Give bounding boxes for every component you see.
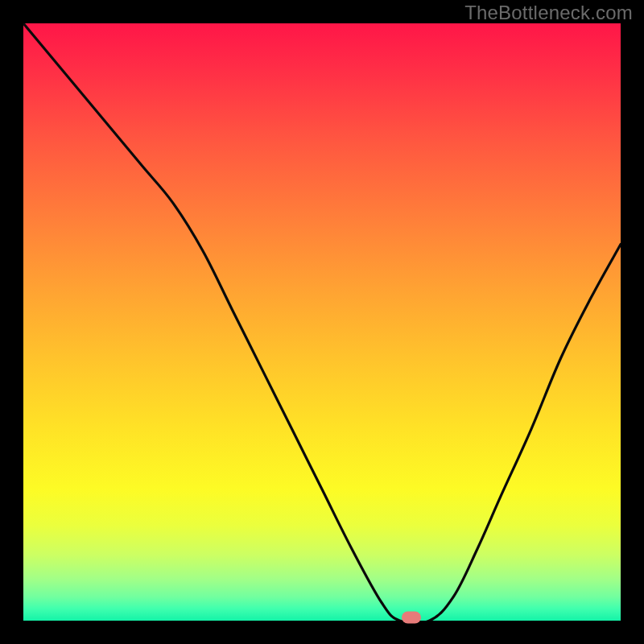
bottleneck-curve (23, 23, 621, 621)
watermark-text: TheBottleneck.com (464, 2, 633, 24)
optimum-marker (402, 612, 421, 624)
chart-frame: TheBottleneck.com (0, 0, 644, 644)
plot-area (23, 23, 621, 621)
